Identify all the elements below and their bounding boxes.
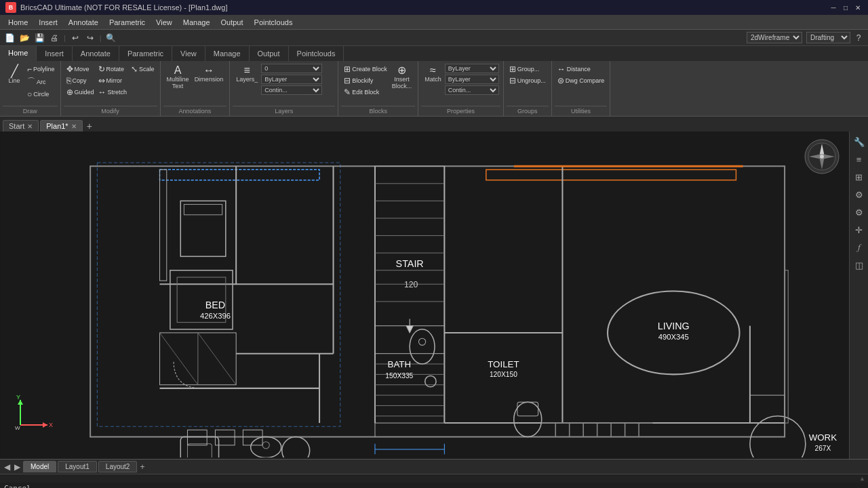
command-expand-button[interactable]: ▲ — [856, 474, 868, 483]
block-tools: ⊞ Create Block ⊟ Blockify ✎ Edit Block ⊕… — [341, 62, 415, 106]
layout-tab-model[interactable]: Model — [23, 461, 56, 472]
menu-annotate[interactable]: Annotate — [63, 17, 104, 28]
guided-button[interactable]: ⊕ Guided — [65, 87, 96, 98]
move-button[interactable]: ✥ Move — [65, 64, 96, 75]
help-button[interactable]: ? — [852, 31, 865, 45]
menu-manage[interactable]: Manage — [178, 17, 216, 28]
view-mode-select[interactable]: 2dWireframe 3dWireframe Realistic — [747, 32, 802, 43]
redo-button[interactable]: ↪ — [83, 31, 97, 45]
match-properties-button[interactable]: ≈ Match — [422, 64, 443, 84]
tab-manage[interactable]: Manage — [205, 46, 250, 61]
maximize-button[interactable]: □ — [841, 3, 850, 12]
add-tab-button[interactable]: + — [84, 121, 95, 131]
menu-output[interactable]: Output — [216, 17, 249, 28]
group-button[interactable]: ⊞ Group... — [508, 64, 547, 75]
tab-view[interactable]: View — [172, 46, 205, 61]
line-button[interactable]: ╱ Line — [4, 64, 24, 85]
layers-panel-button[interactable]: ≡ — [852, 152, 867, 167]
layout-tab-layout2[interactable]: Layout2 — [98, 461, 138, 472]
arc-button[interactable]: ⌒ Arc — [26, 75, 56, 88]
layers-button[interactable]: ≡ Layers_ — [234, 64, 260, 84]
right-panel: 🔧 ≡ ⊞ ⚙ ⚙ ✛ 𝑓 ◫ — [849, 131, 868, 459]
menu-insert[interactable]: Insert — [33, 17, 63, 28]
parameters-panel-button[interactable]: 𝑓 — [852, 240, 867, 255]
menu-view[interactable]: View — [151, 17, 178, 28]
ribbon-group-utilities: ↔ Distance ⊜ Dwg Compare Utilities — [552, 61, 611, 116]
text-icon: A — [174, 65, 182, 76]
titlebar: B BricsCAD Ultimate (NOT FOR RESALE Lice… — [0, 0, 868, 15]
open-button[interactable]: 📂 — [18, 31, 31, 45]
ucs-icon: X Y W — [14, 394, 54, 432]
mechanical-panel-button[interactable]: ⚙ — [852, 187, 867, 202]
svg-text:Y: Y — [16, 394, 20, 401]
tab-annotate[interactable]: Annotate — [73, 46, 119, 61]
property-tools: ≈ Match ByLayer ByLayer Contin... — [421, 62, 500, 106]
draw-tools: ╱ Line ⌐ Polyline ⌒ Arc ○ Circle — [3, 62, 58, 106]
layout-add-button[interactable]: + — [138, 462, 146, 472]
menu-pointclouds[interactable]: Pointclouds — [249, 17, 298, 28]
scale-button[interactable]: ⤡ Scale — [130, 64, 156, 75]
drawing-svg: BED 426X396 BATH 150X335 STAIR 120 TOILE… — [0, 131, 868, 458]
render-panel-button[interactable]: ◫ — [852, 258, 867, 272]
tab-start[interactable]: Start ✕ — [3, 120, 39, 131]
lineweight-select[interactable]: Contin... — [445, 85, 499, 95]
layer-select[interactable]: 0 — [261, 64, 322, 73]
svg-marker-88 — [43, 422, 47, 428]
menu-home[interactable]: Home — [3, 17, 33, 28]
tab-plan1[interactable]: Plan1* ✕ — [40, 120, 82, 131]
tab-insert[interactable]: Insert — [37, 46, 73, 61]
close-plan1-tab[interactable]: ✕ — [71, 123, 77, 130]
linetype-select2[interactable]: ByLayer — [445, 75, 499, 84]
copy-button[interactable]: ⎘ Copy — [65, 75, 96, 86]
snap-panel-button[interactable]: ✛ — [852, 222, 867, 237]
distance-button[interactable]: ↔ Distance — [556, 64, 606, 75]
stretch-button[interactable]: ↔ Stretch — [97, 87, 129, 98]
close-button[interactable]: ✕ — [853, 3, 863, 12]
tab-home[interactable]: Home — [0, 46, 37, 61]
ungroup-button[interactable]: ⊟ Ungroup... — [508, 75, 547, 86]
command-history: Cancel : COPYGUIDED Pick first point of … — [0, 483, 868, 488]
dimension-button[interactable]: ↔ Dimension — [193, 64, 226, 84]
color-select[interactable]: ByLayer — [445, 64, 499, 73]
svg-text:BED: BED — [205, 300, 225, 310]
edit-block-button[interactable]: ✎ Edit Block — [342, 87, 389, 98]
tab-pointclouds[interactable]: Pointclouds — [289, 46, 344, 61]
svg-text:120X150: 120X150 — [490, 371, 517, 378]
layout-next-button[interactable]: ▶ — [13, 462, 22, 472]
multiline-text-button[interactable]: A MultilineText — [165, 64, 191, 91]
linetype-select[interactable]: Contin... — [261, 85, 322, 95]
svg-text:LIVING: LIVING — [658, 321, 690, 331]
bylayer-color-select[interactable]: ByLayer — [261, 75, 322, 84]
polyline-button[interactable]: ⌐ Polyline — [26, 64, 56, 75]
blockify-button[interactable]: ⊟ Blockify — [342, 75, 389, 86]
create-block-button[interactable]: ⊞ Create Block — [342, 64, 389, 75]
menu-parametric[interactable]: Parametric — [104, 17, 151, 28]
blocks-panel-button[interactable]: ⊞ — [852, 169, 867, 184]
insert-block-button[interactable]: ⊕ InsertBlock... — [390, 64, 414, 91]
new-button[interactable]: 📄 — [3, 31, 16, 45]
ribbon-group-draw: ╱ Line ⌐ Polyline ⌒ Arc ○ Circle Draw — [0, 61, 61, 116]
draw-group-label: Draw — [3, 106, 58, 115]
line-icon: ╱ — [11, 65, 18, 77]
mirror-button[interactable]: ⇔ Mirror — [97, 75, 129, 86]
dimension-icon: ↔ — [203, 65, 214, 76]
circle-button[interactable]: ○ Circle — [26, 89, 56, 100]
groups-tools: ⊞ Group... ⊟ Ungroup... — [507, 62, 549, 106]
save-button[interactable]: 💾 — [33, 31, 46, 45]
tab-output[interactable]: Output — [250, 46, 289, 61]
dwg-compare-button[interactable]: ⊜ Dwg Compare — [556, 75, 606, 86]
properties-panel-button[interactable]: 🔧 — [852, 134, 867, 149]
visual-style-select[interactable]: Drafting Modeling — [806, 32, 850, 43]
compass-rose — [804, 138, 841, 176]
tab-parametric[interactable]: Parametric — [119, 46, 172, 61]
layout-prev-button[interactable]: ◀ — [3, 462, 12, 472]
close-start-tab[interactable]: ✕ — [27, 123, 33, 130]
undo-button[interactable]: ↩ — [68, 31, 82, 45]
minimize-button[interactable]: ─ — [829, 3, 838, 12]
drawing-canvas-area[interactable]: BED 426X396 BATH 150X335 STAIR 120 TOILE… — [0, 131, 868, 459]
layout-tab-layout1[interactable]: Layout1 — [58, 461, 97, 472]
zoom-in-button[interactable]: 🔍 — [104, 31, 118, 45]
rotate-button[interactable]: ↻ Rotate — [97, 64, 129, 75]
settings-panel-button[interactable]: ⚙ — [852, 205, 867, 220]
print-button[interactable]: 🖨 — [47, 31, 61, 45]
